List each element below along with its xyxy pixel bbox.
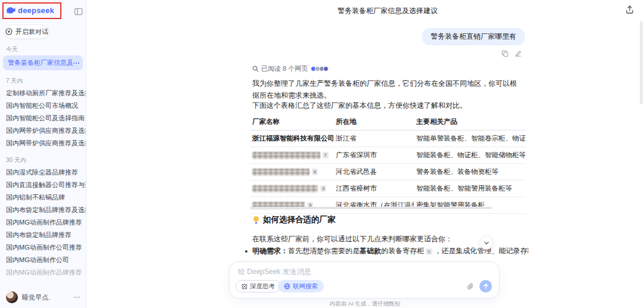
user-message-bubble: 警务装备柜直销厂家哪里有	[422, 28, 525, 45]
manufacturer-name: 3	[252, 185, 329, 192]
globe-icon	[284, 283, 290, 290]
bullet-text-segment: 明确需求：	[252, 247, 288, 255]
username: 睡觉早点.	[22, 293, 70, 302]
conversation-item[interactable]: 国内网带炉供应商推荐及选择指南	[0, 137, 86, 150]
deepseek-app: deepseek 开启新对话 今天警务装备柜厂家信息及选择建议7 天内定制移动厕…	[0, 0, 644, 308]
search-status-text: 已阅读 8 个网页	[261, 64, 308, 73]
conversation-more-icon[interactable]	[73, 63, 79, 64]
bullet-text-segment: ，还是集成化管理、能记录存取轨迹的	[432, 247, 528, 255]
section-heading-text: 如何选择合适的厂家	[263, 214, 336, 225]
citation-badge[interactable]: 6	[426, 248, 432, 255]
conversation-item[interactable]: 国内湿式除尘器品牌推荐	[0, 166, 86, 179]
answer-paragraph: 下面这个表格汇总了这些厂家的基本信息，方便你快速了解和对比。	[252, 99, 524, 111]
web-search-toggle[interactable]: 联网搜索	[278, 280, 324, 293]
conversation-item[interactable]: 国内铝制不粘锅品牌	[0, 191, 86, 204]
section-heading: 如何选择合适的厂家	[252, 214, 336, 225]
plus-circle-icon	[5, 28, 13, 35]
section-label: 今天	[6, 45, 80, 54]
manufacturer-name: 浙江福源智能科技有限公司1	[252, 134, 329, 143]
source-favicon-icons	[312, 66, 329, 71]
avatar	[6, 291, 18, 303]
bullet-text-segment: 的装备寄存柜	[381, 247, 426, 255]
conversation-item[interactable]: 国内MG动画制作品牌推荐	[0, 216, 86, 229]
bullet-text-segment: 首先想清楚你需要的是	[288, 247, 360, 255]
sidebar-collapse-icon[interactable]	[74, 7, 83, 16]
edit-icon[interactable]	[515, 50, 522, 57]
manufacturer-products: 智能装备柜、物证柜、智能储物柜等	[414, 147, 525, 164]
lightbulb-icon	[252, 216, 260, 224]
logo-row: deepseek	[0, 0, 86, 21]
section-label: 7 天内	[6, 77, 80, 85]
answer-paragraph: 我为你整理了几家生产警务装备柜的厂家信息，它们分布在全国不同地区，你可以根据所在…	[252, 77, 524, 101]
section-label: 30 天内	[6, 156, 80, 164]
sidebar: deepseek 开启新对话 今天警务装备柜厂家信息及选择建议7 天内定制移动厕…	[0, 0, 86, 308]
citation-badge[interactable]: 7	[323, 152, 329, 158]
message-actions	[501, 50, 522, 57]
manufacturer-location: 河北省衡水市（在浙江温州有分公司）	[333, 197, 414, 214]
bullet-dot	[245, 250, 247, 253]
composer-input[interactable]: 给 DeepSeek 发送消息	[238, 267, 311, 277]
ai-disclaimer: 内容由 AI 生成，请仔细甄别	[330, 300, 401, 308]
manufacturer-table: 厂家名称所在地主要相关产品 浙江福源智能科技有限公司1浙江省智能单警装备柜、智能…	[250, 113, 525, 214]
redacted-name	[252, 152, 320, 159]
chat-main: 警务装备柜厂家信息及选择建议 警务装备柜直销厂家哪里有 已阅读 8 个网页 我为…	[86, 0, 644, 308]
conversation-item[interactable]: 国内MG动画制作品牌推荐	[0, 266, 86, 279]
conversation-item[interactable]: 国内布袋定制品牌推荐及选择指南	[0, 204, 86, 216]
table-row: 3江西省樟树市智能装备柜、智能警用装备柜等	[250, 181, 525, 197]
conversation-item[interactable]: 国内智能柜公司及选择指南	[0, 112, 86, 125]
deep-think-toggle[interactable]: 深度思考	[236, 280, 281, 293]
conversation-item[interactable]: 国内MG动画制作公司	[0, 254, 86, 266]
deep-think-label: 深度思考	[250, 282, 275, 291]
share-icon[interactable]	[625, 5, 636, 15]
redacted-name	[252, 185, 318, 192]
manufacturer-products: 警务装备柜、装备物资柜等	[414, 164, 525, 181]
new-chat-button[interactable]: 开启新对话	[5, 24, 49, 39]
new-chat-label: 开启新对话	[16, 27, 48, 36]
table-row: 5河北省衡水市（在浙江温州有分公司）密集架智能警用装备柜	[250, 197, 525, 214]
redacted-name	[252, 169, 309, 176]
conversation-item[interactable]: 国内布袋定制品牌推荐	[0, 229, 86, 241]
send-button[interactable]	[479, 280, 492, 293]
conversation-item[interactable]: 国内直流接触器公司推荐与选择...	[0, 179, 86, 191]
conversation-item[interactable]: 国内MG动画制作公司推荐	[0, 241, 86, 254]
manufacturer-location: 浙江省	[333, 130, 414, 147]
table-horizontal-scrollbar[interactable]	[250, 207, 492, 209]
table-header-row: 厂家名称所在地主要相关产品	[250, 113, 525, 130]
vertical-scrollbar[interactable]	[640, 21, 643, 104]
conversation-list: 今天警务装备柜厂家信息及选择建议7 天内定制移动厕所厂家推荐及选择建议国内智能柜…	[0, 45, 86, 279]
manufacturer-products: 智能装备柜、智能警用装备柜等	[414, 181, 525, 197]
conversation-item[interactable]: 国内网带炉供应商推荐及选择指南	[0, 125, 86, 137]
manufacturer-name: 6	[252, 169, 329, 176]
table-header-cell: 主要相关产品	[414, 113, 525, 130]
bullet-text-segment: 基础款	[360, 247, 381, 255]
chat-title: 警务装备柜厂家信息及选择建议	[338, 6, 438, 16]
conversation-item[interactable]: 国内智能柜公司市场概况	[0, 99, 86, 112]
web-search-summary[interactable]: 已阅读 8 个网页	[252, 64, 329, 73]
table-header-cell: 所在地	[333, 113, 414, 130]
profile-more-icon[interactable]	[74, 297, 80, 298]
manufacturer-location: 河北省武邑县	[333, 164, 414, 181]
manufacturer-location: 江西省樟树市	[333, 181, 414, 197]
citation-badge[interactable]: 6	[312, 169, 318, 175]
manufacturer-name: 7	[252, 152, 329, 159]
table-row: 浙江福源智能科技有限公司1浙江省智能单警装备柜、智能卷宗柜、物证柜等	[250, 130, 525, 147]
conversation-title: 警务装备柜厂家信息及选择建议	[8, 58, 73, 67]
message-composer[interactable]: 给 DeepSeek 发送消息 深度思考 联网搜索	[229, 262, 500, 298]
citation-badge[interactable]: 3	[320, 185, 326, 192]
annotation-highlight	[2, 2, 61, 19]
table-row: 6河北省武邑县警务装备柜、装备物资柜等	[250, 164, 525, 181]
conversation-item[interactable]: 定制移动厕所厂家推荐及选择建议	[0, 87, 86, 99]
manufacturer-products: 密集架智能警用装备柜	[414, 197, 525, 214]
manufacturer-location: 广东省深圳市	[333, 147, 414, 164]
scroll-to-bottom-button[interactable]	[479, 236, 493, 250]
table-row: 7广东省深圳市智能装备柜、物证柜、智能储物柜等	[250, 147, 525, 164]
manufacturer-products: 智能单警装备柜、智能卷宗柜、物证柜等	[414, 130, 525, 147]
copy-icon[interactable]	[501, 50, 509, 57]
conversation-item-active[interactable]: 警务装备柜厂家信息及选择建议	[3, 55, 83, 70]
table-header-cell: 厂家名称	[250, 113, 333, 130]
attachment-icon[interactable]	[466, 283, 474, 291]
user-profile[interactable]: 睡觉早点.	[0, 287, 86, 308]
deep-think-icon	[242, 284, 247, 290]
web-search-label: 联网搜索	[293, 282, 318, 291]
search-icon	[252, 66, 259, 72]
